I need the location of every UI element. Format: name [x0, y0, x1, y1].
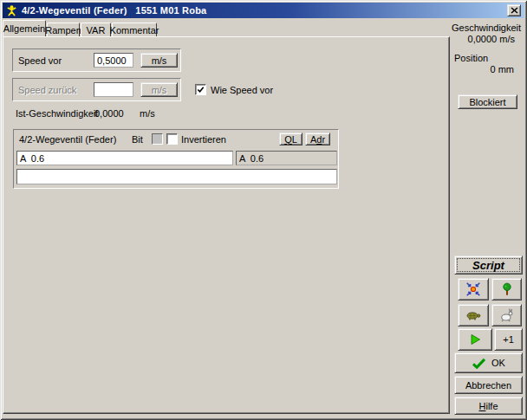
valve-group-title: 4/2-Wegeventil (Feder) — [19, 134, 116, 145]
geschwindigkeit-value: 0,0000 m/s — [452, 34, 515, 44]
turtle-button[interactable] — [458, 304, 489, 326]
geschwindigkeit-label: Geschwindigkeit — [452, 23, 520, 33]
close-button[interactable] — [507, 4, 521, 16]
abbrechen-button[interactable]: Abbrechen — [454, 376, 523, 394]
tab-label: Kommentar — [110, 25, 159, 36]
tree-button[interactable] — [491, 278, 522, 300]
valve-comment-input[interactable] — [16, 169, 337, 184]
tab-var[interactable]: VAR — [81, 23, 111, 36]
speed-vor-unit-button[interactable]: m/s — [140, 53, 178, 68]
speed-zurueck-label: Speed zurück — [18, 85, 76, 95]
turtle-icon — [465, 308, 482, 322]
tab-label: Allgemein — [3, 23, 45, 34]
converge-arrows-icon — [465, 281, 481, 297]
hare-button[interactable] — [491, 304, 522, 326]
valve-address-readout: A 0.6 — [236, 151, 337, 165]
script-button[interactable]: Script — [454, 255, 523, 275]
play-button[interactable] — [458, 328, 492, 351]
hilfe-label: ilfe — [485, 401, 498, 411]
ql-label: Q — [284, 134, 292, 145]
ok-label: OK — [491, 358, 505, 368]
speed-vor-label: Speed vor — [18, 55, 62, 66]
wie-speed-vor-checkbox[interactable] — [195, 84, 206, 95]
valve-address-input[interactable] — [16, 151, 233, 165]
tab-panel-allgemein: Speed vor m/s Speed zurück m/s Wie Speed… — [3, 36, 450, 414]
adr-label: r — [322, 134, 325, 145]
bit-label: Bit — [132, 134, 143, 145]
abbrechen-label: Abbrechen — [465, 380, 511, 391]
unit-label: m/s — [152, 55, 167, 66]
close-icon — [511, 7, 518, 14]
speed-vor-input[interactable] — [94, 53, 133, 68]
person-icon — [5, 4, 18, 17]
speed-zurueck-input — [94, 82, 133, 97]
position-value: 0 mm — [452, 64, 514, 74]
script-label: Script — [472, 259, 504, 272]
ok-button[interactable]: OK — [454, 352, 523, 373]
tab-label: Rampen — [45, 25, 81, 36]
tab-label: VAR — [87, 25, 106, 36]
dialog-window: 4/2-Wegeventil (Feder) 1551 M01 Roba All… — [0, 0, 527, 420]
ist-geschwindigkeit-label: Ist-Geschwindigkeit — [16, 108, 98, 119]
speed-zurueck-unit-button: m/s — [140, 82, 178, 97]
tab-rampen[interactable]: Rampen — [47, 23, 80, 36]
adr-label: A — [310, 134, 316, 145]
hilfe-label: H — [478, 401, 485, 411]
window-title: 4/2-Wegeventil (Feder) 1551 M01 Roba — [22, 5, 206, 16]
play-icon — [468, 333, 482, 346]
blockiert-label: Blockiert — [469, 97, 505, 107]
ql-label: L — [292, 134, 297, 145]
blockiert-button[interactable]: Blockiert — [458, 94, 517, 109]
valve-address-readout-text: A 0.6 — [239, 153, 264, 164]
adr-label: d — [316, 134, 322, 145]
tree-icon — [499, 281, 515, 297]
adr-button[interactable]: Adr — [305, 132, 330, 145]
plus-one-label: +1 — [503, 334, 514, 345]
bit-indicator — [152, 133, 163, 145]
position-label: Position — [454, 53, 488, 63]
invertieren-checkbox[interactable] — [166, 133, 178, 145]
tab-kommentar[interactable]: Kommentar — [112, 23, 157, 36]
converge-button[interactable] — [458, 278, 489, 300]
hilfe-button[interactable]: Hilfe — [454, 397, 523, 415]
valve-group: 4/2-Wegeventil (Feder) Bit Invertieren Q… — [13, 129, 339, 189]
script-focus-frame: Script — [457, 258, 520, 272]
speed-vor-group: Speed vor m/s — [12, 48, 181, 72]
hare-icon — [499, 307, 515, 323]
check-icon — [472, 358, 486, 369]
ql-button[interactable]: QL — [279, 132, 303, 145]
tab-allgemein[interactable]: Allgemein — [3, 20, 46, 36]
speed-zurueck-group: Speed zurück m/s — [12, 78, 181, 101]
titlebar[interactable]: 4/2-Wegeventil (Feder) 1551 M01 Roba — [3, 3, 524, 18]
wie-speed-vor-label[interactable]: Wie Speed vor — [211, 85, 273, 95]
plus-one-button[interactable]: +1 — [494, 328, 523, 351]
invertieren-label[interactable]: Invertieren — [181, 134, 226, 145]
unit-label: m/s — [152, 85, 167, 95]
ist-geschwindigkeit-unit: m/s — [140, 108, 155, 119]
ist-geschwindigkeit-value: 0,0000 — [94, 108, 124, 119]
check-glyph — [197, 86, 205, 94]
